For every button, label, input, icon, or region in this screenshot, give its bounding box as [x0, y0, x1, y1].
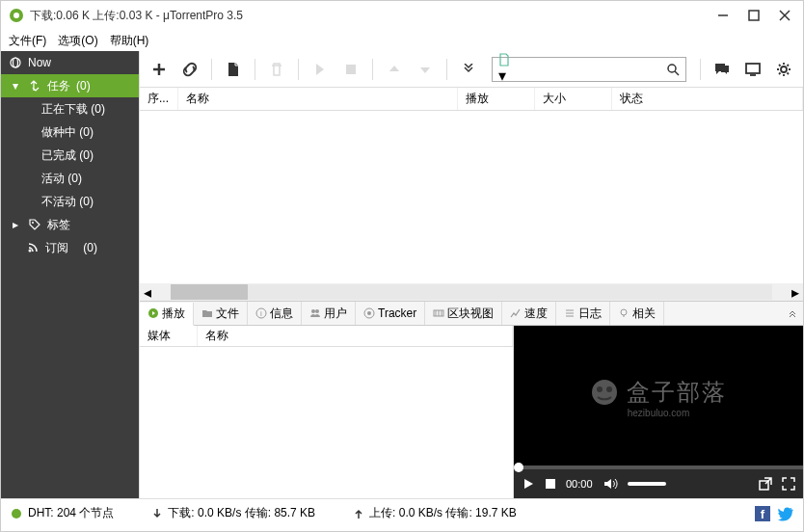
sidebar-item-active[interactable]: 活动 (0) [1, 167, 139, 190]
speed-icon [510, 307, 522, 319]
col-name[interactable]: 名称 [178, 88, 458, 110]
sidebar-tasks-count: (0) [76, 79, 91, 93]
status-bar: DHT: 204 个节点 下载: 0.0 KB/s 传输: 85.7 KB 上传… [1, 498, 803, 527]
menu-options[interactable]: 选项(O) [58, 33, 97, 49]
overflow-button[interactable] [455, 56, 482, 83]
fullscreen-button[interactable] [782, 477, 795, 491]
volume-slider[interactable] [628, 482, 666, 486]
status-upload[interactable]: 上传: 0.0 KB/s 传输: 19.7 KB [354, 505, 517, 521]
sidebar-now-label: Now [28, 56, 51, 69]
svg-point-21 [311, 309, 315, 313]
move-up-button[interactable] [381, 56, 408, 83]
chat-button[interactable] [709, 56, 736, 83]
transfer-icon [28, 79, 41, 93]
horizontal-scrollbar[interactable]: ◂▸ [140, 283, 803, 301]
maximize-button[interactable] [747, 9, 761, 22]
pieces-icon [433, 307, 444, 319]
move-down-button[interactable] [412, 56, 439, 83]
tracker-icon [363, 307, 375, 319]
sidebar: Now ▾ 任务 (0) 正在下载 (0) 做种中 (0) 已完成 (0) 活动… [1, 51, 139, 498]
col-status[interactable]: 状态 [612, 88, 803, 110]
menu-file[interactable]: 文件(F) [9, 33, 46, 49]
down-icon [152, 508, 162, 519]
svg-point-13 [668, 65, 676, 72]
search-input[interactable] [516, 63, 660, 76]
svg-text:f: f [761, 507, 765, 521]
sidebar-item-now[interactable]: Now [1, 51, 139, 74]
tab-peers[interactable]: 用户 [302, 302, 356, 325]
sidebar-item-tasks[interactable]: ▾ 任务 (0) [1, 74, 139, 97]
sidebar-labels-label: 标签 [47, 217, 70, 233]
detail-tabs: 播放 文件 i信息 用户 Tracker 区块视图 速度 日志 相关 [140, 301, 803, 326]
tab-play[interactable]: 播放 [140, 303, 194, 326]
tab-files[interactable]: 文件 [194, 302, 248, 325]
media-list: 媒体 名称 [140, 326, 514, 498]
menubar: 文件(F) 选项(O) 帮助(H) [1, 30, 803, 51]
svg-point-6 [11, 58, 20, 67]
popout-button[interactable] [759, 477, 772, 491]
sidebar-item-inactive[interactable]: 不活动 (0) [1, 190, 139, 213]
tab-info[interactable]: i信息 [248, 302, 302, 325]
svg-rect-12 [346, 65, 356, 74]
add-torrent-button[interactable] [146, 56, 173, 83]
settings-button[interactable] [770, 56, 797, 83]
svg-point-34 [592, 380, 617, 405]
twitter-icon[interactable] [778, 506, 793, 521]
torrent-list[interactable] [140, 111, 803, 283]
tab-pieces[interactable]: 区块视图 [425, 302, 502, 325]
stop-button[interactable] [337, 56, 364, 83]
collapse-icon: ▾ [9, 79, 22, 93]
status-dht[interactable]: DHT: 204 个节点 [11, 505, 114, 521]
svg-point-24 [367, 311, 371, 315]
search-icon[interactable] [660, 63, 685, 76]
svg-line-14 [675, 71, 679, 75]
play-button[interactable] [522, 477, 535, 491]
sidebar-feeds-label: 订阅 [45, 240, 68, 256]
start-button[interactable] [307, 56, 334, 83]
col-play[interactable]: 播放 [458, 88, 535, 110]
svg-text:i: i [260, 309, 262, 318]
info-icon: i [255, 307, 267, 319]
col-seq[interactable]: 序... [140, 88, 178, 110]
sidebar-item-completed[interactable]: 已完成 (0) [1, 144, 139, 167]
seek-bar[interactable] [514, 466, 803, 469]
delete-button[interactable] [263, 56, 290, 83]
tab-related[interactable]: 相关 [610, 302, 664, 325]
sidebar-item-labels[interactable]: ▸ 标签 [1, 213, 139, 236]
add-url-button[interactable] [176, 56, 203, 83]
tab-tracker[interactable]: Tracker [356, 302, 425, 325]
file-icon: ▾ [493, 53, 516, 85]
titlebar: 下载:0.06 K 上传:0.03 K - μTorrentPro 3.5 [1, 1, 803, 30]
tab-speed[interactable]: 速度 [502, 302, 556, 325]
remote-button[interactable] [739, 56, 766, 83]
toolbar: ▾ [140, 51, 803, 88]
svg-point-8 [32, 222, 34, 224]
network-icon [11, 508, 22, 519]
globe-icon [9, 56, 22, 69]
sidebar-item-seeding[interactable]: 做种中 (0) [1, 120, 139, 144]
svg-point-17 [781, 66, 787, 72]
tag-icon [28, 218, 41, 231]
status-download[interactable]: 下载: 0.0 KB/s 传输: 85.7 KB [152, 505, 315, 521]
new-torrent-button[interactable] [220, 56, 247, 83]
volume-button[interactable] [603, 477, 618, 491]
peers-icon [309, 307, 321, 319]
watermark: 盒子部落 hezibuluo.com [590, 377, 727, 418]
minimize-button[interactable] [716, 9, 730, 22]
media-col-name[interactable]: 名称 [198, 326, 513, 346]
player-viewport[interactable]: 盒子部落 hezibuluo.com [514, 326, 803, 469]
svg-point-22 [315, 309, 319, 313]
tab-log[interactable]: 日志 [556, 302, 610, 325]
menu-help[interactable]: 帮助(H) [110, 33, 149, 49]
facebook-icon[interactable]: f [755, 506, 770, 521]
svg-point-1 [13, 13, 19, 18]
search-box: ▾ [492, 57, 686, 82]
sidebar-item-downloading[interactable]: 正在下载 (0) [1, 97, 139, 120]
close-button[interactable] [778, 9, 791, 22]
sidebar-item-feeds[interactable]: 订阅 (0) [1, 236, 139, 259]
col-size[interactable]: 大小 [535, 88, 612, 110]
media-col-media[interactable]: 媒体 [140, 326, 198, 346]
detail-collapse-button[interactable] [782, 308, 803, 318]
player-stop-button[interactable] [545, 478, 556, 490]
folder-icon [201, 307, 213, 319]
